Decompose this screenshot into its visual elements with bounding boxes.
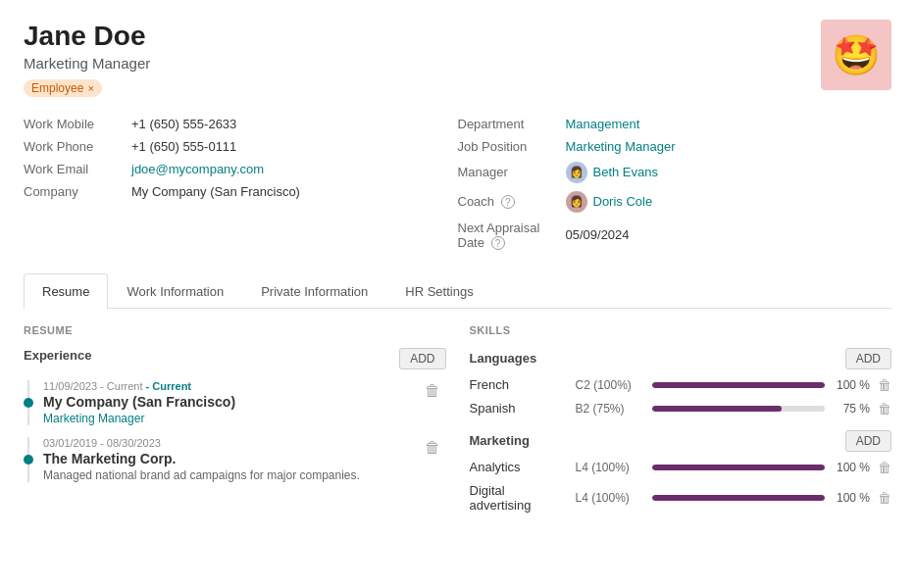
skill-row-spanish: Spanish B2 (75%) 75 % 🗑 <box>470 401 892 416</box>
current-badge: - Current <box>146 380 191 392</box>
department-row: Department Management <box>458 117 892 131</box>
job-position-row: Job Position Marketing Manager <box>458 139 892 154</box>
appraisal-help-icon[interactable]: ? <box>491 236 505 250</box>
experience-label: Experience <box>24 348 91 363</box>
company-value: My Company (San Francisco) <box>131 184 300 199</box>
coach-help-icon[interactable]: ? <box>501 195 515 209</box>
delete-french-button[interactable]: 🗑 <box>878 377 891 393</box>
department-value[interactable]: Management <box>566 117 640 131</box>
avatar[interactable]: 🤩 <box>821 20 891 90</box>
exp-dot-1 <box>24 398 33 408</box>
skill-bar-digital-advertising <box>652 495 826 501</box>
header-left: Jane Doe Marketing Manager Employee × <box>24 20 150 109</box>
manager-row: Manager 👩 Beth Evans <box>458 162 892 183</box>
resume-section-title: RESUME <box>24 324 446 336</box>
skill-bar-french <box>652 382 826 388</box>
tab-hr-settings[interactable]: HR Settings <box>386 273 491 309</box>
info-col-left: Work Mobile +1 (650) 555-2633 Work Phone… <box>24 117 458 258</box>
tab-resume[interactable]: Resume <box>24 273 108 309</box>
add-marketing-button[interactable]: ADD <box>845 430 891 452</box>
exp-company-1: My Company (San Francisco) <box>43 394 413 410</box>
work-mobile-value: +1 (650) 555-2633 <box>131 117 236 131</box>
appraisal-row: Next Appraisal Date ? 05/09/2024 <box>458 220 892 250</box>
coach-value: 👩 Doris Cole <box>566 191 653 213</box>
resume-section: RESUME Experience ADD 11/09/2023 - Curre… <box>24 324 446 526</box>
marketing-subsection: Marketing ADD Analytics L4 (100%) 100 % … <box>470 430 892 513</box>
work-email-value[interactable]: jdoe@mycompany.com <box>131 162 264 176</box>
work-phone-row: Work Phone +1 (650) 555-0111 <box>24 139 458 154</box>
delete-experience-1-button[interactable]: 🗑 <box>419 380 446 402</box>
work-mobile-row: Work Mobile +1 (650) 555-2633 <box>24 117 458 131</box>
skill-level-spanish: B2 (75%) <box>576 402 644 416</box>
skill-bar-container-digital-advertising <box>652 495 826 501</box>
skill-level-french: C2 (100%) <box>576 378 644 392</box>
work-mobile-label: Work Mobile <box>24 117 131 131</box>
coach-name[interactable]: Doris Cole <box>593 194 653 209</box>
experience-item-1: 11/09/2023 - Current - Current My Compan… <box>24 380 446 427</box>
languages-label: Languages <box>470 351 537 366</box>
skill-row-analytics: Analytics L4 (100%) 100 % 🗑 <box>470 460 892 475</box>
manager-value: 👩 Beth Evans <box>566 162 659 183</box>
info-col-right: Department Management Job Position Marke… <box>458 117 892 258</box>
add-language-button[interactable]: ADD <box>845 348 891 369</box>
skill-row-french: French C2 (100%) 100 % 🗑 <box>470 377 892 393</box>
skill-pct-digital-advertising: 100 % <box>833 491 870 505</box>
delete-digital-advertising-button[interactable]: 🗑 <box>878 490 891 506</box>
coach-avatar: 👩 <box>566 191 587 213</box>
skill-bar-container-spanish <box>652 406 826 412</box>
work-email-row: Work Email jdoe@mycompany.com <box>24 162 458 176</box>
skill-name-analytics: Analytics <box>470 460 568 474</box>
work-phone-label: Work Phone <box>24 139 131 154</box>
profile-header: Jane Doe Marketing Manager Employee × 🤩 <box>24 20 891 109</box>
skill-pct-analytics: 100 % <box>833 461 870 474</box>
skill-bar-analytics <box>652 465 826 470</box>
skills-section-title: SKILLS <box>470 324 892 336</box>
employee-profile-page: Jane Doe Marketing Manager Employee × 🤩 … <box>0 0 915 588</box>
marketing-header: Marketing ADD <box>470 430 892 452</box>
exp-company-2: The Marketing Corp. <box>43 451 413 466</box>
appraisal-label: Next Appraisal Date ? <box>458 220 566 250</box>
skill-bar-container-french <box>652 382 826 388</box>
experience-header: Experience ADD <box>24 348 446 370</box>
employee-title: Marketing Manager <box>24 55 150 72</box>
exp-date-1: 11/09/2023 - Current - Current <box>43 380 413 392</box>
company-row: Company My Company (San Francisco) <box>24 184 458 199</box>
languages-header: Languages ADD <box>470 348 892 369</box>
job-position-value[interactable]: Marketing Manager <box>566 139 676 154</box>
department-label: Department <box>458 117 566 131</box>
employee-badge: Employee × <box>24 79 102 97</box>
skill-name-french: French <box>470 377 568 392</box>
manager-avatar: 👩 <box>566 162 587 183</box>
delete-analytics-button[interactable]: 🗑 <box>878 460 891 475</box>
skill-level-analytics: L4 (100%) <box>576 461 644 474</box>
manager-name[interactable]: Beth Evans <box>593 165 659 179</box>
add-experience-button[interactable]: ADD <box>399 348 445 369</box>
exp-desc-2: Managed national brand ad campaigns for … <box>43 468 413 482</box>
badge-close-icon[interactable]: × <box>87 82 93 94</box>
skills-section: SKILLS Languages ADD French C2 (100%) 10… <box>470 324 892 526</box>
badge-area: Employee × <box>24 79 150 97</box>
badge-label: Employee <box>31 81 83 95</box>
languages-subsection: Languages ADD French C2 (100%) 100 % 🗑 S… <box>470 348 892 416</box>
skill-bar-container-analytics <box>652 465 826 470</box>
coach-label: Coach ? <box>458 194 566 209</box>
coach-row: Coach ? 👩 Doris Cole <box>458 191 892 213</box>
skill-name-digital-advertising: Digital advertising <box>470 483 568 513</box>
work-phone-value: +1 (650) 555-0111 <box>131 139 236 154</box>
skill-pct-french: 100 % <box>833 378 870 392</box>
appraisal-value: 05/09/2024 <box>566 227 630 242</box>
tab-private-information[interactable]: Private Information <box>242 273 386 309</box>
info-grid: Work Mobile +1 (650) 555-2633 Work Phone… <box>24 117 891 258</box>
employee-name: Jane Doe <box>24 20 150 53</box>
tab-work-information[interactable]: Work Information <box>108 273 242 309</box>
company-label: Company <box>24 184 131 199</box>
skill-pct-spanish: 75 % <box>833 402 870 416</box>
skill-bar-spanish <box>652 406 782 412</box>
delete-spanish-button[interactable]: 🗑 <box>878 401 891 416</box>
delete-experience-2-button[interactable]: 🗑 <box>419 437 446 459</box>
experience-item-2: 03/01/2019 - 08/30/2023 The Marketing Co… <box>24 437 446 482</box>
skill-name-spanish: Spanish <box>470 401 568 416</box>
manager-label: Manager <box>458 165 566 179</box>
tabs-bar: Resume Work Information Private Informat… <box>24 273 891 309</box>
job-position-label: Job Position <box>458 139 566 154</box>
